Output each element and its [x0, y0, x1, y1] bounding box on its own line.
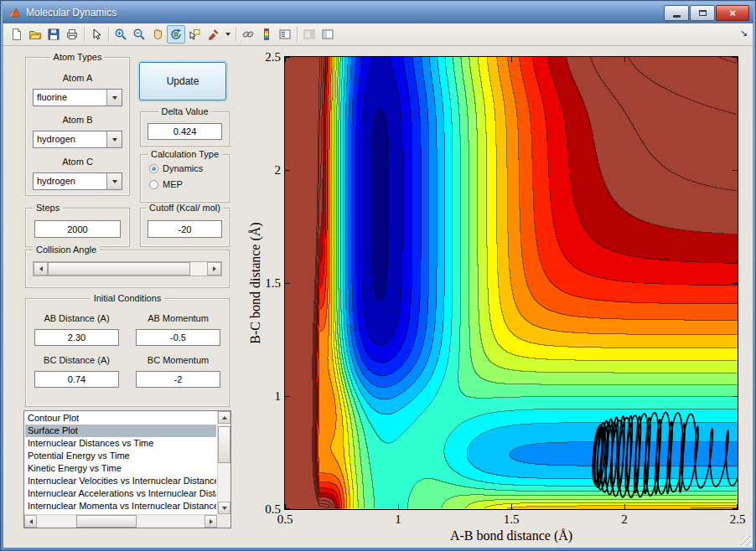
- mep-radio[interactable]: [149, 180, 158, 189]
- link-plots-button[interactable]: [239, 25, 257, 44]
- scroll-up-button[interactable]: [218, 411, 230, 424]
- edit-plot-button[interactable]: [87, 25, 106, 44]
- list-item-potential-energy[interactable]: Potential Energy vs Time: [25, 450, 216, 462]
- scroll-right-button[interactable]: [205, 515, 217, 528]
- chevron-down-icon: [225, 33, 230, 36]
- y-tick-label: 2.5: [252, 50, 281, 64]
- chevron-down-icon[interactable]: [106, 90, 122, 106]
- arrow-left-icon: [29, 519, 33, 524]
- brush-dropdown-button[interactable]: [222, 25, 233, 44]
- titlebar[interactable]: Molecular Dynamics ×: [3, 2, 753, 23]
- zoom-in-icon: [114, 28, 127, 41]
- chevron-down-icon[interactable]: [106, 173, 122, 189]
- atom-c-dropdown[interactable]: hydrogen: [33, 173, 122, 190]
- delta-value-panel: Delta Value: [140, 111, 230, 147]
- brush-button[interactable]: [204, 25, 222, 44]
- initial-conditions-panel: Initial Conditions AB Distance (A) AB Mo…: [25, 298, 230, 407]
- save-figure-button[interactable]: [44, 25, 63, 44]
- bc-momentum-label: BC Momentum: [127, 355, 229, 365]
- open-file-button[interactable]: [26, 25, 44, 44]
- vertical-scroll-thumb[interactable]: [218, 426, 230, 463]
- list-item-contour-plot[interactable]: Contour Plot: [25, 412, 216, 425]
- resize-grip[interactable]: [741, 536, 751, 546]
- atom-b-dropdown[interactable]: hydrogen: [33, 131, 122, 148]
- colorbar-icon: [260, 28, 273, 41]
- list-item-internuclear-momenta[interactable]: Internuclear Momenta vs Internuclear Dis…: [25, 500, 216, 512]
- open-folder-icon: [28, 28, 42, 41]
- x-tick-label: 1.5: [495, 512, 528, 527]
- printer-icon: [65, 28, 79, 41]
- ab-distance-input[interactable]: [34, 329, 119, 346]
- ab-momentum-label: AB Momentum: [127, 313, 229, 323]
- plot-axes: [284, 56, 738, 510]
- x-tick-label: 1: [381, 512, 415, 527]
- close-icon: ×: [729, 8, 736, 18]
- ab-momentum-input[interactable]: [136, 329, 220, 346]
- list-item-internuclear-velocities[interactable]: Internuclear Velocities vs Internuclear …: [25, 475, 216, 487]
- list-item-kinetic-energy[interactable]: Kinetic Energy vs Time: [25, 462, 216, 475]
- pan-button[interactable]: [148, 25, 167, 44]
- calculation-type-panel: Calculation Type Dynamics MEP: [140, 154, 230, 203]
- arrow-left-icon: [39, 266, 43, 271]
- initial-conditions-title: Initial Conditions: [91, 293, 165, 303]
- matlab-app-icon: [8, 6, 21, 19]
- edit-arrow-icon: [90, 28, 103, 41]
- insert-colorbar-button[interactable]: [257, 25, 276, 44]
- list-item-internuclear-distances[interactable]: Internuclear Distances vs Time: [25, 437, 216, 450]
- slider-left-arrow[interactable]: [34, 262, 48, 276]
- list-item-internuclear-accelerations[interactable]: Internuclear Accelerations vs Internucle…: [25, 487, 216, 500]
- listbox-vertical-scrollbar[interactable]: [217, 411, 230, 514]
- print-figure-button[interactable]: [63, 25, 81, 44]
- horizontal-scroll-thumb[interactable]: [76, 515, 137, 528]
- brush-icon: [206, 28, 220, 41]
- dock-figure-arrow[interactable]: ↘: [740, 28, 748, 39]
- close-button[interactable]: ×: [716, 5, 749, 21]
- bc-momentum-input[interactable]: [136, 371, 220, 388]
- atom-a-label: Atom A: [26, 73, 129, 83]
- legend-icon: [278, 28, 292, 41]
- slider-thumb[interactable]: [48, 262, 190, 276]
- data-cursor-button[interactable]: [185, 25, 204, 44]
- collision-angle-panel: Collision Angle: [25, 250, 230, 288]
- mep-radio-label: MEP: [163, 179, 183, 189]
- atom-a-dropdown[interactable]: fluorine: [33, 89, 122, 106]
- minimize-button[interactable]: [664, 5, 689, 21]
- dynamics-radio-label: Dynamics: [163, 163, 203, 173]
- maximize-button[interactable]: [690, 5, 715, 21]
- atom-a-value: fluorine: [34, 90, 106, 106]
- collision-angle-title: Collision Angle: [33, 245, 100, 255]
- arrow-down-icon: [222, 507, 227, 510]
- zoom-in-button[interactable]: [111, 25, 130, 44]
- arrow-right-icon: [210, 519, 213, 524]
- insert-legend-button[interactable]: [276, 25, 294, 44]
- atom-types-panel-title: Atom Types: [50, 52, 106, 62]
- arrow-up-icon: [222, 416, 227, 420]
- hide-plot-tools-button[interactable]: [300, 25, 318, 44]
- figure-client-area: ↘ Atom Types Atom A fluorine Atom B hydr…: [3, 23, 753, 548]
- collision-angle-slider[interactable]: [33, 261, 222, 276]
- steps-input[interactable]: [34, 220, 121, 238]
- toolbar-separator: [297, 27, 298, 42]
- bc-distance-input[interactable]: [34, 371, 119, 388]
- atom-c-value: hydrogen: [34, 173, 106, 189]
- scroll-down-button[interactable]: [218, 502, 230, 514]
- plot-type-listbox: Contour Plot Surface Plot Internuclear D…: [23, 410, 231, 528]
- slider-right-arrow[interactable]: [207, 262, 221, 276]
- chevron-down-icon[interactable]: [106, 131, 122, 147]
- pes-contour-canvas[interactable]: [285, 57, 738, 509]
- listbox-horizontal-scrollbar[interactable]: [24, 514, 217, 528]
- steps-panel: Steps: [25, 208, 130, 247]
- delta-value-input[interactable]: [148, 123, 222, 140]
- cutoff-input[interactable]: [148, 220, 222, 238]
- list-item-surface-plot[interactable]: Surface Plot: [25, 425, 216, 437]
- zoom-out-button[interactable]: [130, 25, 148, 44]
- toolbar-separator: [108, 27, 109, 42]
- zoom-out-icon: [132, 28, 146, 41]
- scroll-left-button[interactable]: [24, 515, 37, 528]
- rotate-3d-button[interactable]: [167, 25, 185, 44]
- new-figure-button[interactable]: [8, 25, 26, 44]
- show-plot-tools-button[interactable]: [318, 25, 337, 44]
- dynamics-radio[interactable]: [149, 164, 158, 173]
- hide-plot-tools-icon: [303, 28, 316, 41]
- update-button[interactable]: Update: [139, 62, 226, 100]
